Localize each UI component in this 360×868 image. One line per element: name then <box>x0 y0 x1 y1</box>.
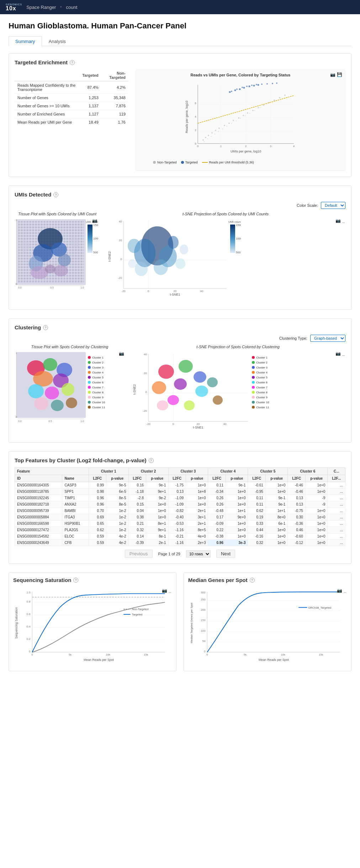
svg-text:10k: 10k <box>106 653 110 656</box>
features-tbody: ENSG00000164305 CASP3 0.99 9e-5 0.16 9e-… <box>15 482 345 546</box>
svg-text:Cluster 2: Cluster 2 <box>92 361 104 364</box>
svg-point-151 <box>88 376 91 379</box>
svg-text:t-SNE2: t-SNE2 <box>108 251 111 262</box>
cell-c2-pval: 1e+0 <box>146 508 169 514</box>
umi-detected-section: UMIs Detected ? Color Scale: Default Tis… <box>9 185 351 310</box>
cell-c1-pval: 8e-5 <box>106 495 129 501</box>
th-more: C... <box>328 468 345 475</box>
prev-button[interactable]: Previous <box>125 550 153 558</box>
camera-icon[interactable]: 📷 <box>92 218 97 223</box>
cell-id: ENSG00000127472 <box>15 527 62 533</box>
svg-point-26 <box>228 123 230 124</box>
bottom-charts-row: Sequencing Saturation ? 📷 ⎯ Sequencing S… <box>9 572 351 671</box>
svg-text:Cluster 6: Cluster 6 <box>256 381 268 384</box>
svg-point-184 <box>195 386 208 397</box>
svg-text:Targeted: Targeted <box>132 613 143 616</box>
svg-text:0: 0 <box>206 653 208 656</box>
svg-text:t-SNE1: t-SNE1 <box>170 293 180 296</box>
tab-summary[interactable]: Summary <box>9 36 42 46</box>
camera-icon[interactable]: 📷 <box>335 218 341 223</box>
table-row: ENSG00000154582 ELOC 0.59 4e-2 0.14 8e-1… <box>15 533 345 540</box>
umi-help-icon[interactable]: ? <box>53 192 58 197</box>
save-icon[interactable]: ⎯ <box>342 218 345 223</box>
svg-text:Cluster 5: Cluster 5 <box>92 376 104 379</box>
camera-icon[interactable]: 📷 <box>162 588 167 593</box>
clustering-type-select[interactable]: Graph-based <box>310 335 345 342</box>
svg-text:0.8: 0.8 <box>27 600 31 603</box>
save-icon[interactable]: 💾 <box>337 72 342 77</box>
features-table: Feature Cluster 1 Cluster 2 Cluster 3 Cl… <box>15 468 345 546</box>
tsne-chart-icons: 📷 ⎯ <box>335 218 345 223</box>
cell-more: ... <box>328 514 345 521</box>
save-icon[interactable]: ⎯ <box>344 588 346 593</box>
cell-c1-l2fc: 0.69 <box>89 514 106 521</box>
svg-point-51 <box>260 107 261 108</box>
svg-point-130 <box>28 384 44 398</box>
tab-analysis[interactable]: Analysis <box>42 36 73 46</box>
median-genes-chart-wrap: 📷 ⎯ Median Targeted Genes per Spot Mean … <box>188 587 347 667</box>
th-pval-2: p-value <box>146 475 169 482</box>
svg-text:Cluster 10: Cluster 10 <box>92 401 105 404</box>
cell-c4-l2fc: -0.09 <box>208 521 226 527</box>
cell-c6-pval: 1e+0 <box>305 540 328 546</box>
median-genes-help-icon[interactable]: ? <box>250 578 255 583</box>
cell-name: SPP1 <box>62 489 89 495</box>
app-header: GENOMICS 10x Space Ranger • count <box>0 0 360 14</box>
clustering-help-icon[interactable]: ? <box>43 325 48 330</box>
svg-text:Cluster 8: Cluster 8 <box>92 391 104 394</box>
svg-text:1: 1 <box>16 352 17 354</box>
svg-point-192 <box>252 361 255 364</box>
rows-per-page-select[interactable]: 10 rows 25 rows 50 rows <box>186 550 211 557</box>
cell-c6-pval: 1e+0 <box>305 527 328 533</box>
svg-point-196 <box>252 371 255 374</box>
save-icon[interactable]: ⎯ <box>169 588 171 593</box>
umi-plots-row: Tissue Plot with Spots Colored by UMI Co… <box>15 212 345 304</box>
table-row: Number of Genes 1,253 35,348 <box>15 94 128 102</box>
svg-point-48 <box>245 115 246 117</box>
clustering-tissue-title: Tissue Plot with Spots Colored by Cluste… <box>15 345 125 349</box>
seq-sat-help-icon[interactable]: ? <box>73 578 78 583</box>
next-button[interactable]: Next <box>216 550 235 558</box>
clustering-plots-row: Tissue Plot with Spots Colored by Cluste… <box>15 345 345 437</box>
row-non-targeted: 119 <box>101 110 128 118</box>
cell-name: BAMBI <box>62 508 89 514</box>
cell-c5-pval: 6e-1 <box>265 521 288 527</box>
cell-c1-l2fc: 0.96 <box>89 495 106 501</box>
targeted-enrichment-help-icon[interactable]: ? <box>70 60 75 65</box>
camera-icon[interactable]: 📷 <box>335 351 341 356</box>
svg-text:Cluster 8: Cluster 8 <box>256 391 268 394</box>
targeted-enrichment-title: Targeted Enrichment ? <box>15 59 345 65</box>
th-cluster2: Cluster 2 <box>128 468 168 475</box>
cell-c3-pval: 1e+8 <box>186 489 208 495</box>
cell-c1-pval: 1e-2 <box>106 508 129 514</box>
camera-icon[interactable]: 📷 <box>337 588 342 593</box>
cell-c2-l2fc: 0.38 <box>128 514 146 521</box>
cell-c2-pval: 9e-1 <box>146 482 169 489</box>
cell-c3-pval: 2e+1 <box>186 521 208 527</box>
top-features-help-icon[interactable]: ? <box>149 458 154 463</box>
cell-c5-pval: 1e+0 <box>265 489 288 495</box>
svg-text:500: 500 <box>236 251 241 254</box>
cell-c6-pval: 1e+0 <box>305 489 328 495</box>
th-pval-1: p-value <box>106 475 129 482</box>
cell-name: ITGA3 <box>62 514 89 521</box>
th-cluster4: Cluster 4 <box>208 468 248 475</box>
svg-text:0: 0 <box>16 416 17 418</box>
camera-icon[interactable]: 📷 <box>330 72 335 77</box>
save-icon[interactable]: ⎯ <box>342 351 345 356</box>
svg-point-49 <box>249 113 250 114</box>
sequencing-saturation-chart: Sequencing Saturation ? 📷 ⎯ Sequencing S… <box>9 572 176 671</box>
svg-point-77 <box>58 254 71 266</box>
cell-name: ANXA2 <box>62 501 89 508</box>
th-pval-6: p-value <box>305 475 328 482</box>
row-targeted: 1,137 <box>79 102 101 110</box>
cell-c1-pval: 9e-5 <box>106 482 129 489</box>
cell-c3-pval: 1e+0 <box>186 495 208 501</box>
svg-text:Cluster 9: Cluster 9 <box>92 396 104 399</box>
camera-icon[interactable]: 📷 <box>119 351 124 356</box>
svg-text:5k: 5k <box>69 653 72 656</box>
svg-point-63 <box>251 85 253 86</box>
color-scale-select[interactable]: Default <box>321 202 345 209</box>
svg-point-21 <box>208 135 209 136</box>
cell-c4-pval: 9e-1 <box>226 482 248 489</box>
